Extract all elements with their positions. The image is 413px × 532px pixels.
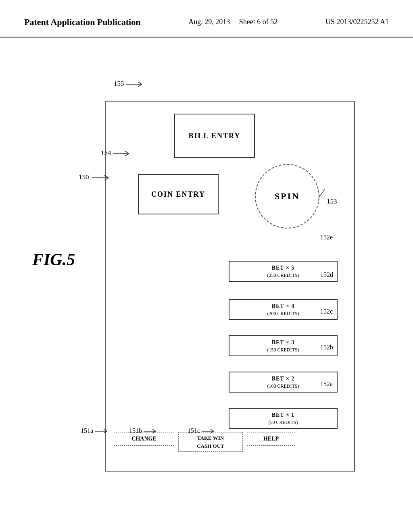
bet-1-line1: BET × 1 (234, 411, 333, 419)
bet-2-credits: (100 CREDITS) (234, 383, 333, 390)
header-date: Aug. 29, 2013 (188, 18, 230, 26)
bet-4-credits: (200 CREDITS) (234, 310, 333, 317)
ref-150: 150 (79, 173, 115, 182)
bet-5-line1: BET × 5 (234, 264, 333, 272)
cash-out-label: CASH OUT (180, 442, 241, 450)
ref-151b: 151b (129, 427, 160, 434)
diagram-area: BILL ENTRY COIN ENTRY SPIN BET × 5 (250 … (81, 69, 371, 492)
bill-entry-label: BILL ENTRY (189, 132, 241, 140)
svg-line-6 (138, 84, 142, 87)
bet-5-credits: (250 CREDITS) (234, 272, 333, 279)
page-header: Patent Application Publication Aug. 29, … (0, 0, 413, 37)
spin-label: SPIN (275, 191, 300, 202)
svg-line-8 (125, 151, 129, 154)
ref-151a: 151a (81, 427, 111, 434)
svg-line-9 (125, 154, 129, 156)
coin-entry-box: COIN ENTRY (138, 174, 219, 214)
header-date-sheet: Aug. 29, 2013 Sheet 6 of 52 (188, 16, 277, 28)
ref-152e: 152e (320, 234, 333, 241)
bet-1-credits: (50 CREDITS) (234, 419, 333, 426)
bet-3-credits: (150 CREDITS) (234, 347, 333, 353)
ref-152c: 152c (320, 308, 333, 315)
bet-4-line1: BET × 4 (234, 302, 333, 310)
svg-line-2 (104, 178, 108, 180)
ref-154: 154 (101, 149, 133, 158)
ref-152d: 152d (320, 271, 333, 278)
bet-2-line1: BET × 2 (234, 375, 333, 383)
ref-155: 155 (114, 80, 146, 88)
ref-152a: 152a (320, 380, 333, 388)
ref-151c: 151c (188, 427, 218, 434)
help-button[interactable]: HELP (247, 432, 295, 446)
ref-152b: 152b (320, 344, 333, 351)
svg-line-3 (319, 189, 325, 197)
header-sheet: Sheet 6 of 52 (239, 18, 277, 26)
outer-box-150: BILL ENTRY COIN ENTRY SPIN BET × 5 (250 … (105, 101, 355, 472)
bill-entry-box: BILL ENTRY (174, 114, 255, 158)
figure-label: FIG.5 (32, 250, 75, 269)
svg-line-5 (138, 82, 142, 84)
take-win-button[interactable]: TAKE WIN CASH OUT (178, 432, 243, 452)
patent-publication-label: Patent Application Publication (24, 16, 140, 29)
take-win-label: TAKE WIN (180, 434, 241, 442)
header-patent-number: US 2013/0225252 A1 (325, 16, 389, 28)
ref-153: 153 (327, 197, 337, 206)
coin-entry-label: COIN ENTRY (151, 190, 205, 199)
bet-3-line1: BET × 3 (234, 339, 333, 347)
bet-button-1[interactable]: BET × 1 (50 CREDITS) (229, 408, 338, 429)
svg-line-1 (104, 175, 108, 178)
spin-circle: SPIN (255, 164, 319, 229)
help-label: HELP (263, 436, 279, 442)
change-label: CHANGE (131, 436, 156, 442)
